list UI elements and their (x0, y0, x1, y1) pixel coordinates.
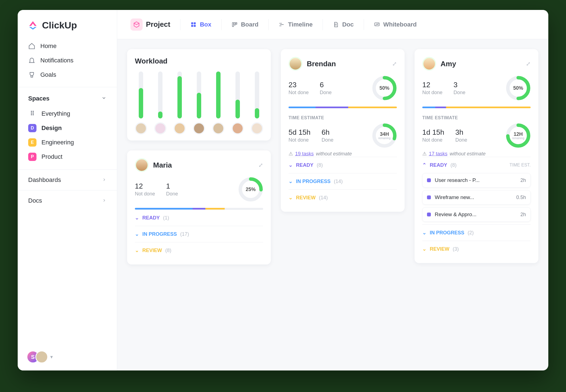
sidebar-docs[interactable]: Docs (18, 190, 117, 211)
space-design[interactable]: D Design (23, 121, 111, 135)
maria-progress-donut: 25% (238, 177, 263, 202)
amy-avatar[interactable] (422, 57, 436, 71)
sidebar-dashboards-label: Dashboards (28, 176, 61, 184)
not-done-label: Not done (289, 137, 311, 143)
view-board-label: Board (241, 21, 259, 28)
group-label: IN PROGRESS (430, 230, 464, 236)
whiteboard-icon (374, 22, 380, 28)
amy-task-1[interactable]: User research - P... 2h (422, 173, 531, 187)
svg-rect-3 (194, 25, 196, 27)
done-count: 6 (320, 81, 332, 89)
task-title: Wireframe new... (435, 194, 474, 200)
board-icon (232, 22, 238, 28)
chevron-down-icon (101, 95, 106, 102)
view-box[interactable]: Box (185, 18, 216, 31)
brendan-group-inprogress[interactable]: ⌄ IN PROGRESS (14) (289, 173, 397, 189)
view-board[interactable]: Board (227, 18, 264, 31)
view-box-label: Box (200, 21, 211, 28)
topbar: Project Box Board Timeline (117, 10, 548, 39)
total-time: 34H (380, 131, 389, 137)
maria-group-review[interactable]: ⌄ REVIEW (8) (135, 242, 263, 258)
brendan-group-ready[interactable]: ⌄ READY (8) (289, 157, 397, 173)
user-avatar-photo[interactable] (35, 351, 48, 363)
group-count: (14) (334, 179, 343, 184)
workload-card: Workload (127, 49, 271, 141)
app-frame: ClickUp Home Notifications Goals (18, 10, 548, 370)
avatar-icon (251, 122, 263, 134)
done-label: Done (320, 90, 332, 96)
workload-bar-5[interactable] (212, 71, 224, 134)
space-engineering[interactable]: E Engineering (23, 135, 111, 150)
workload-bar-2[interactable] (154, 71, 166, 134)
group-count: (14) (319, 195, 328, 201)
not-done-label: Not done (422, 90, 442, 96)
space-engineering-badge: E (28, 138, 36, 147)
chevron-down-icon: ⌄ (289, 178, 293, 184)
total-time: 12H (513, 131, 523, 137)
workload-bar-6[interactable] (232, 71, 244, 134)
spaces-section-header[interactable]: Spaces (18, 87, 117, 105)
workload-bar-4[interactable] (193, 71, 205, 134)
without-estimate-text: without estimate (450, 151, 486, 157)
bell-icon (28, 57, 35, 64)
user-menu-caret-icon[interactable]: ▾ (50, 354, 53, 360)
expand-icon[interactable]: ⤢ (258, 162, 263, 168)
maria-group-inprogress[interactable]: ⌄ IN PROGRESS (17) (135, 226, 263, 242)
main-area: Project Box Board Timeline (117, 10, 548, 370)
view-doc[interactable]: Doc (328, 18, 359, 31)
brendan-group-review[interactable]: ⌄ REVIEW (14) (289, 189, 397, 206)
brendan-progress-donut: 50% (372, 76, 397, 100)
maria-group-ready[interactable]: ⌄ READY (1) (135, 210, 263, 226)
tasks-without-estimate-link[interactable]: 19 tasks (295, 151, 314, 157)
nav-goals[interactable]: Goals (23, 68, 111, 82)
expand-icon[interactable]: ⤢ (526, 60, 531, 67)
svg-rect-2 (191, 25, 193, 27)
remaining-label: remaining (512, 137, 524, 140)
nav-home[interactable]: Home (23, 39, 111, 53)
view-whiteboard[interactable]: Whiteboard (369, 18, 422, 31)
group-count: (8) (317, 162, 323, 168)
workload-bar-1[interactable] (135, 71, 147, 134)
group-count: (3) (453, 246, 459, 252)
task-estimate: 2h (520, 178, 526, 183)
space-list: ⠿ Everything D Design E Engineering P Pr… (18, 105, 117, 169)
brendan-avatar[interactable] (289, 57, 302, 71)
space-product-badge: P (28, 153, 36, 161)
view-timeline[interactable]: Timeline (274, 18, 318, 31)
chevron-up-icon: ⌃ (422, 162, 426, 168)
amy-group-ready[interactable]: ⌃ READY (8) TIME EST. (422, 157, 531, 173)
task-title: User research - P... (435, 177, 479, 183)
project-title[interactable]: Project (125, 16, 175, 33)
amy-task-3[interactable]: Review & Appro... 2h (422, 207, 531, 222)
amy-progress-donut: 50% (506, 76, 531, 100)
avatar-icon (232, 122, 244, 134)
everything-icon: ⠿ (28, 110, 36, 118)
remaining-label: remaining (378, 137, 391, 140)
sidebar-dashboards[interactable]: Dashboards (18, 169, 117, 190)
not-done-count: 23 (289, 81, 309, 89)
svg-rect-0 (191, 22, 193, 24)
brand-logo[interactable]: ClickUp (18, 10, 117, 39)
divider (268, 19, 269, 30)
nav-notifications[interactable]: Notifications (23, 53, 111, 68)
svg-rect-6 (236, 22, 237, 24)
workload-bar-3[interactable] (174, 71, 186, 134)
maria-avatar[interactable] (135, 158, 149, 172)
nav-home-label: Home (40, 43, 57, 50)
doc-icon (333, 22, 339, 28)
divider (323, 19, 323, 30)
tasks-without-estimate-link[interactable]: 17 tasks (429, 151, 447, 157)
group-label: IN PROGRESS (142, 231, 177, 237)
space-everything[interactable]: ⠿ Everything (23, 107, 111, 121)
amy-group-inprogress[interactable]: ⌄ IN PROGRESS (2) (422, 224, 531, 241)
task-estimate: 2h (520, 212, 526, 218)
workload-bar-7[interactable] (251, 71, 263, 134)
space-product[interactable]: P Product (23, 150, 111, 164)
done-label: Done (454, 90, 465, 96)
amy-group-review[interactable]: ⌄ REVIEW (3) (422, 241, 531, 257)
amy-task-2[interactable]: Wireframe new... 0.5h (422, 190, 531, 205)
expand-icon[interactable]: ⤢ (392, 60, 397, 67)
warning-icon: ⚠ (289, 151, 293, 157)
spaces-label: Spaces (28, 95, 49, 102)
workload-title: Workload (135, 57, 167, 65)
